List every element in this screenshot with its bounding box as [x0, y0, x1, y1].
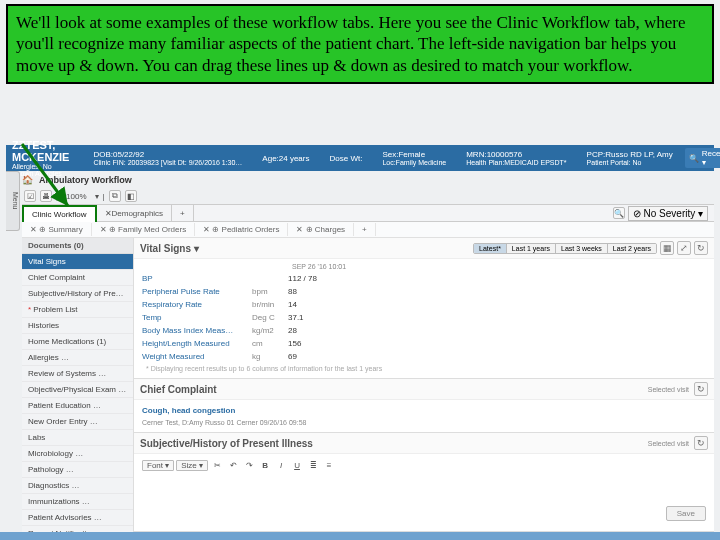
sidebar-item-problem-list[interactable]: *Problem List — [22, 302, 133, 318]
vitals-unit: kg — [252, 352, 288, 361]
sidebar-item-vital-signs[interactable]: Vital Signs — [22, 254, 133, 270]
sidebar-item-patient-ed[interactable]: Patient Education … — [22, 398, 133, 414]
vitals-value: 69 — [288, 352, 338, 361]
panel-vital-signs: Vital Signs ▾ Latest* Last 1 years Last … — [134, 238, 714, 379]
range-latest[interactable]: Latest* — [474, 244, 507, 253]
subtab-summary[interactable]: ✕ ⊕ Summary — [22, 223, 92, 236]
rte-align-icon[interactable]: ≡ — [322, 458, 336, 472]
refresh-icon[interactable]: ↻ — [694, 241, 708, 255]
recent-search[interactable]: 🔍 Recent ▾ — [685, 148, 720, 168]
sidebar-head-documents[interactable]: Documents (0) — [22, 238, 133, 254]
patient-age: Age:24 years — [262, 154, 309, 163]
sidebar-item-chief-complaint[interactable]: Chief Complaint — [22, 270, 133, 286]
sidebar-item-ope[interactable]: Objective/Physical Exam … — [22, 382, 133, 398]
svg-line-0 — [22, 144, 68, 206]
vitals-unit: bpm — [252, 287, 288, 296]
panel-title-vitals[interactable]: Vital Signs ▾ — [140, 243, 199, 254]
sidebar-item-allergies[interactable]: Allergies … — [22, 350, 133, 366]
range-2y[interactable]: Last 2 years — [608, 244, 656, 253]
rte-undo-icon[interactable]: ↶ — [226, 458, 240, 472]
patient-clinic-fin: Clinic FIN: 20039823 [Visit Dt: 9/26/201… — [93, 159, 242, 166]
rte-redo-icon[interactable]: ↷ — [242, 458, 256, 472]
shi-selected-visit[interactable]: Selected visit ↻ — [648, 436, 708, 450]
sidebar-item-micro[interactable]: Microbiology … — [22, 446, 133, 462]
range-1y[interactable]: Last 1 years — [507, 244, 556, 253]
sidebar-item-histories[interactable]: Histories — [22, 318, 133, 334]
vitals-row[interactable]: Respiratory Ratebr/min14 — [142, 298, 706, 311]
vitals-label: Respiratory Rate — [142, 300, 252, 309]
search-icon[interactable]: 🔍 — [613, 207, 625, 219]
instruction-callout: We'll look at some examples of these wor… — [6, 4, 714, 84]
subtab-add[interactable]: + — [354, 223, 376, 236]
subtab-bar: ✕ ⊕ Summary ✕ ⊕ Family Med Orders ✕ ⊕ Pe… — [22, 222, 714, 238]
vitals-row[interactable]: Height/Length Measuredcm156 — [142, 337, 706, 350]
workspace: Documents (0) Vital Signs Chief Complain… — [22, 238, 714, 532]
vitals-unit: Deg C — [252, 313, 288, 322]
grid-icon[interactable]: ▦ — [660, 241, 674, 255]
vitals-row[interactable]: Weight Measuredkg69 — [142, 350, 706, 363]
recent-label: Recent ▾ — [702, 149, 720, 167]
rte-list-icon[interactable]: ≣ — [306, 458, 320, 472]
subtab-charges[interactable]: ✕ ⊕ Charges — [288, 223, 354, 236]
subtab-pediatric-orders[interactable]: ✕ ⊕ Pediatric Orders — [195, 223, 288, 236]
panel-chief-complaint: Chief Complaint Selected visit ↻ Cough, … — [134, 379, 714, 433]
sidebar-item-shi[interactable]: Subjective/History of Present Illness — [22, 286, 133, 302]
vitals-row[interactable]: Peripheral Pulse Ratebpm88 — [142, 285, 706, 298]
save-button[interactable]: Save — [666, 506, 706, 521]
vitals-value: 37.1 — [288, 313, 338, 322]
range-3w[interactable]: Last 3 weeks — [556, 244, 608, 253]
vitals-value: 28 — [288, 326, 338, 335]
sidebar-item-labs[interactable]: Labs — [22, 430, 133, 446]
sidebar-item-advisories[interactable]: Patient Advisories … — [22, 510, 133, 526]
search-icon: 🔍 — [689, 154, 699, 163]
panel-title-cc[interactable]: Chief Complaint — [140, 384, 217, 395]
vitals-label: Height/Length Measured — [142, 339, 252, 348]
vitals-value: 88 — [288, 287, 338, 296]
sidebar-nav: Documents (0) Vital Signs Chief Complain… — [22, 238, 134, 532]
vitals-value: 156 — [288, 339, 338, 348]
rte-italic-icon[interactable]: I — [274, 458, 288, 472]
cc-meta: Cerner Test, D:Amy Russo 01 Cerner 09/26… — [142, 419, 706, 426]
vitals-date: SEP 26 '16 10:01 — [142, 263, 706, 270]
vitals-value: 112 / 78 — [288, 274, 338, 283]
main-tabbar: Clinic Workflow ✕ Demographics + 🔍 ⊘ No … — [22, 204, 714, 222]
vitals-label: Body Mass Index Meas… — [142, 326, 252, 335]
vitals-row[interactable]: Body Mass Index Meas…kg/m228 — [142, 324, 706, 337]
panel-shi: Subjective/History of Present Illness Se… — [134, 433, 714, 532]
sidebar-item-path[interactable]: Pathology … — [22, 462, 133, 478]
subtab-family-med-orders[interactable]: ✕ ⊕ Family Med Orders — [92, 223, 195, 236]
cc-text: Cough, head congestion — [142, 406, 706, 415]
tab-demographics[interactable]: ✕ Demographics — [97, 205, 173, 221]
vitals-row[interactable]: BP112 / 78 — [142, 272, 706, 285]
vitals-row[interactable]: TempDeg C37.1 — [142, 311, 706, 324]
toolbar-tool1-icon[interactable]: ⧉ — [109, 190, 121, 202]
vitals-label: Temp — [142, 313, 252, 322]
star-icon: * — [28, 305, 31, 314]
cc-selected-visit[interactable]: Selected visit ↻ — [648, 382, 708, 396]
vitals-unit: kg/m2 — [252, 326, 288, 335]
vitals-range-group[interactable]: Latest* Last 1 years Last 3 weeks Last 2… — [473, 243, 657, 254]
sidebar-item-new-order[interactable]: New Order Entry … — [22, 414, 133, 430]
vitals-unit: cm — [252, 339, 288, 348]
refresh-icon[interactable]: ↻ — [694, 382, 708, 396]
content-area: Vital Signs ▾ Latest* Last 1 years Last … — [134, 238, 714, 532]
sidebar-item-ros[interactable]: Review of Systems … — [22, 366, 133, 382]
refresh-icon[interactable]: ↻ — [694, 436, 708, 450]
vitals-unit: br/min — [252, 300, 288, 309]
annotation-arrow — [16, 140, 86, 214]
patient-dob: DOB:05/22/92 — [93, 150, 242, 159]
rte-bold-icon[interactable]: B — [258, 458, 272, 472]
toolbar: ☑ 🖶 | 100% ▾ | ⧉ ◧ — [22, 188, 714, 204]
sidebar-item-home-meds[interactable]: Home Medications (1) — [22, 334, 133, 350]
sidebar-item-diag[interactable]: Diagnostics … — [22, 478, 133, 494]
severity-dropdown[interactable]: ⊘ No Severity ▾ — [628, 206, 708, 221]
toolbar-tool2-icon[interactable]: ◧ — [125, 190, 137, 202]
expand-icon[interactable]: ⤢ — [677, 241, 691, 255]
rte-font-select[interactable]: Font ▾ — [142, 460, 174, 471]
panel-title-shi[interactable]: Subjective/History of Present Illness — [140, 438, 313, 449]
rte-underline-icon[interactable]: U — [290, 458, 304, 472]
tab-add[interactable]: + — [172, 205, 194, 221]
rte-size-select[interactable]: Size ▾ — [176, 460, 208, 471]
rte-cut-icon[interactable]: ✂ — [210, 458, 224, 472]
sidebar-item-immun[interactable]: Immunizations … — [22, 494, 133, 510]
